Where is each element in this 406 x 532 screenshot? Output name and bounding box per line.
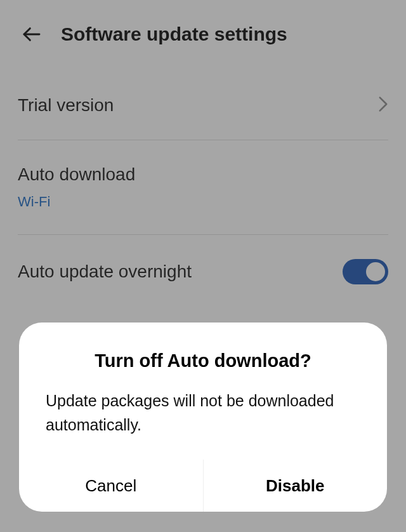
confirm-dialog: Turn off Auto download? Update packages … (19, 323, 387, 512)
disable-button[interactable]: Disable (204, 460, 388, 512)
dialog-body: Update packages will not be downloaded a… (19, 389, 387, 437)
cancel-button[interactable]: Cancel (19, 460, 204, 512)
modal-overlay[interactable]: Turn off Auto download? Update packages … (0, 0, 406, 532)
dialog-actions: Cancel Disable (19, 460, 387, 512)
dialog-title: Turn off Auto download? (19, 350, 387, 371)
